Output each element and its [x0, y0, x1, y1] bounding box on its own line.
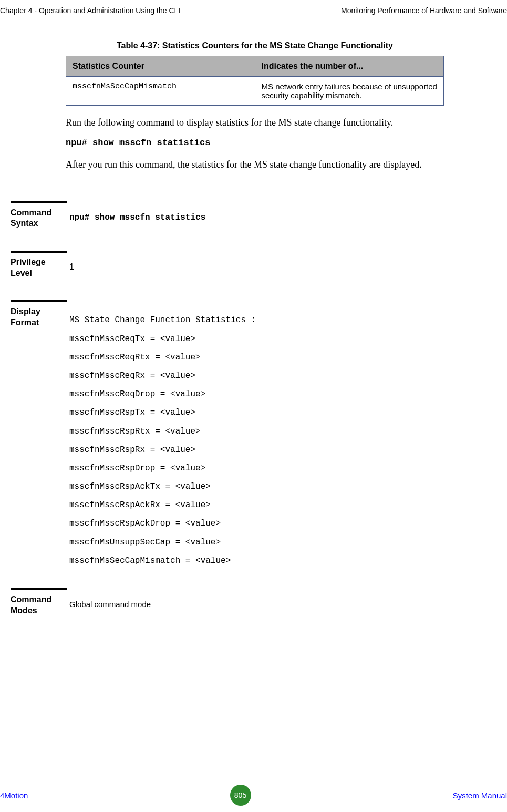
privilege-level-block: Privilege Level: [11, 251, 67, 285]
stat-line: msscfnMsscReqTx = <value>: [69, 330, 507, 348]
table-row: msscfnMsSecCapMismatch MS network entry …: [66, 77, 444, 106]
stat-line: msscfnMsscReqDrop = <value>: [69, 385, 507, 404]
footer-product: 4Motion: [0, 791, 28, 800]
inline-command: npu# show msscfn statistics: [66, 138, 496, 148]
stat-line: msscfnMsscRspAckDrop = <value>: [69, 515, 507, 533]
stat-line: msscfnMsscRspRx = <value>: [69, 441, 507, 459]
page-number-badge: 805: [230, 785, 251, 806]
privilege-level-label: Privilege Level: [11, 257, 67, 279]
header-section: Monitoring Performance of Hardware and S…: [341, 6, 507, 15]
table-header-row: Statistics Counter Indicates the number …: [66, 56, 444, 77]
stats-table: Statistics Counter Indicates the number …: [66, 56, 444, 106]
table-caption: Table 4-37: Statistics Counters for the …: [66, 41, 444, 50]
table-header-counter: Statistics Counter: [66, 56, 255, 77]
command-syntax-label: Command Syntax: [11, 208, 67, 230]
command-modes-label: Command Modes: [11, 594, 67, 616]
command-syntax-block: Command Syntax: [11, 201, 67, 236]
table-cell-counter: msscfnMsSecCapMismatch: [66, 77, 255, 106]
command-syntax-value-wrap: npu# show msscfn statistics: [69, 212, 507, 222]
stat-line: msscfnMsscRspAckTx = <value>: [69, 478, 507, 496]
paragraph-after-run: After you run this command, the statisti…: [66, 157, 465, 172]
page-content: Table 4-37: Statistics Counters for the …: [0, 41, 507, 632]
command-modes-block: Command Modes: [11, 588, 67, 623]
command-modes-value-wrap: Global command mode: [69, 600, 507, 609]
display-format-label: Display Format: [11, 306, 67, 328]
paragraph-run-command: Run the following command to display sta…: [66, 115, 465, 130]
display-format-block: Display Format: [11, 300, 67, 335]
header-chapter: Chapter 4 - Operation and Administration…: [0, 6, 180, 15]
table-wrapper: Table 4-37: Statistics Counters for the …: [66, 41, 444, 106]
table-cell-desc: MS network entry failures because of uns…: [255, 77, 444, 106]
table-header-desc: Indicates the number of...: [255, 56, 444, 77]
stat-line: msscfnMsscRspAckRx = <value>: [69, 496, 507, 515]
page-header: Chapter 4 - Operation and Administration…: [0, 0, 507, 20]
command-syntax-value: npu# show msscfn statistics: [69, 213, 205, 222]
stat-line: msscfnMsscReqRx = <value>: [69, 367, 507, 385]
display-format-content: MS State Change Function Statistics : ms…: [69, 311, 507, 570]
footer-manual: System Manual: [453, 791, 507, 800]
stat-line: msscfnMsUnsuppSecCap = <value>: [69, 533, 507, 552]
page-footer: 4Motion 805 System Manual: [0, 785, 507, 806]
stat-line: msscfnMsscRspTx = <value>: [69, 404, 507, 422]
privilege-level-value-wrap: 1: [69, 262, 507, 272]
command-modes-value: Global command mode: [69, 600, 151, 609]
stat-line: msscfnMsscRspDrop = <value>: [69, 459, 507, 478]
stat-line: msscfnMsscReqRtx = <value>: [69, 348, 507, 367]
stat-line: msscfnMsscRspRtx = <value>: [69, 423, 507, 441]
stat-line: msscfnMsSecCapMismatch = <value>: [69, 552, 507, 570]
privilege-level-value: 1: [69, 262, 74, 271]
display-format-title: MS State Change Function Statistics :: [69, 311, 507, 330]
